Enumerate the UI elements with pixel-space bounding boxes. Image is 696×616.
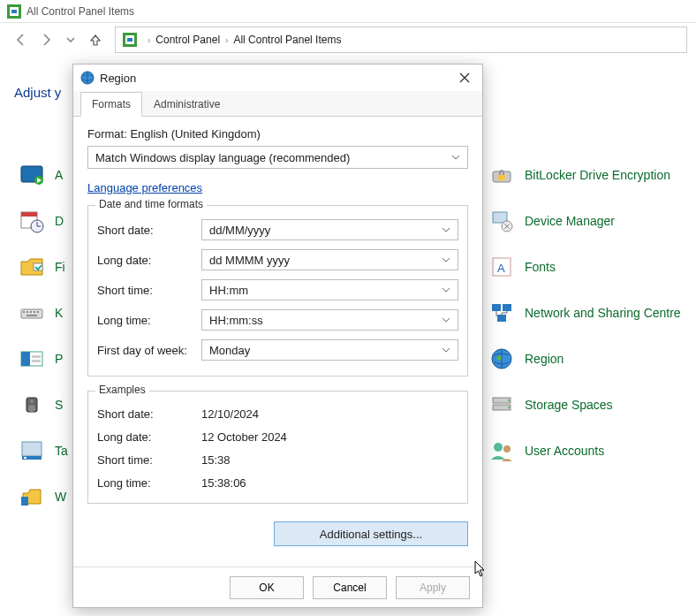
cp-item-device-manager[interactable]: Device Manager [489, 203, 684, 239]
chevron-down-icon [442, 346, 450, 354]
cp-item-left-5[interactable]: S [19, 387, 72, 422]
back-button[interactable] [9, 27, 34, 52]
ex-short-date-value: 12/10/2024 [201, 407, 259, 421]
first-day-value: Monday [209, 344, 250, 357]
ex-short-date-row: Short date: 12/10/2024 [97, 402, 458, 425]
chevron-down-icon [442, 225, 450, 234]
ex-short-time-label: Short time: [97, 453, 201, 467]
cp-item-fonts[interactable]: A Fonts [489, 249, 684, 285]
svg-rect-13 [23, 311, 25, 313]
close-button[interactable] [454, 67, 475, 88]
dialog-title: Region [100, 72, 454, 85]
window-title: All Control Panel Items [26, 5, 134, 18]
language-preferences-link[interactable]: Language preferences [87, 181, 202, 194]
svg-rect-29 [21, 497, 28, 506]
cancel-button[interactable]: Cancel [313, 576, 387, 599]
svg-rect-17 [37, 311, 39, 313]
recent-locations-button[interactable] [58, 27, 83, 52]
svg-rect-31 [498, 175, 505, 180]
svg-rect-26 [22, 442, 42, 456]
svg-rect-2 [11, 10, 17, 13]
ex-long-date-value: 12 October 2024 [201, 430, 287, 444]
breadcrumb-sep-icon: › [148, 35, 150, 45]
cp-label: Fonts [525, 260, 556, 275]
svg-point-25 [30, 399, 34, 403]
svg-text:A: A [497, 262, 505, 275]
cp-item-left-1[interactable]: D [19, 203, 72, 239]
cp-item-bitlocker[interactable]: BitLocker Drive Encryption [489, 157, 684, 193]
cp-item-left-4[interactable]: P [19, 341, 72, 376]
cp-item-left-2[interactable]: Fi [19, 249, 72, 285]
short-date-select[interactable]: dd/MM/yyyy [201, 219, 458, 240]
up-button[interactable] [83, 27, 108, 52]
short-time-value: HH:mm [209, 284, 248, 297]
first-day-label: First day of week: [97, 344, 201, 357]
chevron-down-icon [442, 255, 450, 264]
ok-button[interactable]: OK [230, 576, 304, 599]
svg-rect-37 [503, 304, 511, 311]
autoplay-icon [19, 163, 44, 187]
apply-button[interactable]: Apply [396, 576, 470, 599]
window-title-bar: All Control Panel Items [0, 0, 696, 23]
cp-item-network-sharing[interactable]: Network and Sharing Centre [489, 295, 684, 331]
device-manager-icon [489, 209, 514, 233]
cp-label: P [55, 352, 63, 366]
breadcrumb-item[interactable]: All Control Panel Items [233, 34, 341, 46]
svg-rect-9 [21, 212, 37, 217]
group-legend: Date and time formats [95, 198, 207, 210]
short-time-label: Short time: [97, 284, 201, 297]
breadcrumb-item[interactable]: Control Panel [155, 34, 220, 46]
cp-label: BitLocker Drive Encryption [525, 168, 670, 183]
ex-long-time-value: 15:38:06 [201, 476, 246, 490]
long-date-label: Long date: [97, 254, 201, 267]
bitlocker-icon [489, 163, 514, 187]
long-date-select[interactable]: dd MMMM yyyy [201, 249, 458, 270]
first-day-select[interactable]: Monday [201, 339, 458, 361]
cp-item-left-0[interactable]: A [19, 157, 72, 193]
language-select-value: Match Windows display language (recommen… [95, 151, 350, 164]
cp-item-storage-spaces[interactable]: Storage Spaces [489, 387, 684, 422]
cp-label: A [55, 168, 63, 182]
row-first-day: First day of week: Monday [97, 337, 458, 363]
long-time-select[interactable]: HH:mm:ss [201, 309, 458, 331]
cp-item-user-accounts[interactable]: User Accounts [489, 433, 684, 468]
ex-long-time-label: Long time: [97, 476, 201, 490]
long-date-value: dd MMMM yyyy [209, 254, 290, 267]
svg-rect-28 [24, 457, 26, 459]
file-explorer-options-icon [19, 255, 44, 279]
ex-short-time-value: 15:38 [201, 453, 231, 467]
date-time-formats-group: Date and time formats Short date: dd/MM/… [87, 205, 468, 376]
row-short-time: Short time: HH:mm [97, 277, 458, 303]
tab-formats[interactable]: Formats [80, 92, 142, 117]
language-select[interactable]: Match Windows display language (recommen… [87, 146, 468, 169]
forward-button[interactable] [34, 27, 58, 52]
examples-group: Examples Short date: 12/10/2024 Long dat… [87, 391, 468, 504]
ex-long-time-row: Long time: 15:38:06 [97, 471, 458, 494]
adjust-label: Adjust y [14, 85, 61, 100]
row-long-time: Long time: HH:mm:ss [97, 307, 458, 333]
group-legend: Examples [95, 384, 149, 396]
ex-short-time-row: Short time: 15:38 [97, 448, 458, 471]
svg-rect-14 [26, 311, 28, 313]
user-accounts-icon [489, 438, 514, 463]
svg-rect-5 [127, 38, 132, 42]
svg-rect-20 [21, 352, 30, 366]
region-icon [489, 346, 514, 371]
chevron-down-icon [442, 316, 450, 324]
svg-point-45 [503, 445, 511, 452]
svg-rect-18 [26, 315, 37, 316]
cp-item-left-7[interactable]: W [19, 479, 72, 514]
fonts-icon: A [489, 255, 514, 279]
address-bar[interactable]: › Control Panel › All Control Panel Item… [115, 27, 687, 53]
cp-item-region[interactable]: Region [489, 341, 684, 376]
short-time-select[interactable]: HH:mm [201, 279, 458, 300]
cp-label: Device Manager [525, 214, 615, 229]
dialog-body: Format: English (United Kingdom) Match W… [73, 117, 482, 567]
tab-administrative[interactable]: Administrative [142, 92, 231, 117]
dialog-title-bar: Region [73, 65, 482, 91]
cp-item-left-6[interactable]: Ta [19, 433, 72, 468]
cp-item-left-3[interactable]: K [19, 295, 72, 331]
svg-rect-15 [30, 311, 32, 313]
chevron-down-icon [442, 285, 450, 294]
additional-settings-button[interactable]: Additional settings... [274, 521, 468, 546]
